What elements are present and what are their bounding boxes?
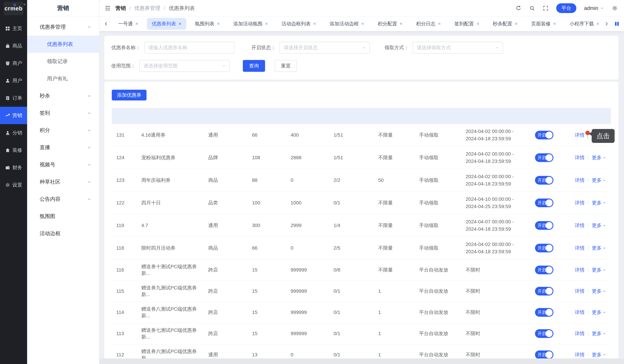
- more-link[interactable]: 更多: [592, 245, 606, 251]
- tab[interactable]: 页面装修 ×: [526, 18, 561, 30]
- sidebar-item-products[interactable]: 商品: [0, 37, 27, 54]
- add-coupon-button[interactable]: 添加优惠券: [112, 90, 147, 101]
- tab[interactable]: 优惠券列表 ×: [147, 18, 186, 30]
- menu-item-atmosphere[interactable]: 氛围图: [27, 208, 99, 225]
- menu-group-seckill[interactable]: 秒杀: [27, 87, 99, 104]
- detail-link[interactable]: 详情: [575, 177, 585, 183]
- menu-group-points[interactable]: 积分: [27, 122, 99, 139]
- more-link[interactable]: 更多: [592, 154, 606, 161]
- sidebar-item-finance[interactable]: 财务: [0, 159, 27, 176]
- horizontal-scrollbar[interactable]: [100, 359, 624, 364]
- menu-group-community[interactable]: 种草社区: [27, 173, 99, 190]
- detail-link[interactable]: 详情: [575, 245, 585, 251]
- menu-group-announcement[interactable]: 公告内容: [27, 190, 99, 208]
- sidebar-item-orders[interactable]: 订单: [0, 89, 27, 107]
- more-link[interactable]: 更多: [592, 222, 606, 229]
- more-link[interactable]: 更多: [592, 267, 606, 273]
- user-menu[interactable]: admin: [584, 5, 604, 11]
- logo[interactable]: crmeb®: [4, 2, 24, 15]
- tab-close-icon[interactable]: ×: [400, 22, 403, 26]
- tabs-scroll-left-icon[interactable]: [104, 21, 109, 26]
- menu-group-coupon[interactable]: 优惠券管理: [27, 18, 99, 36]
- tab[interactable]: 积分日志 ×: [411, 18, 446, 30]
- enable-toggle[interactable]: 开启: [535, 266, 553, 274]
- use-scope-select[interactable]: 请选择使用范围: [139, 60, 230, 72]
- enable-toggle[interactable]: 开启: [535, 244, 553, 252]
- tab-close-icon[interactable]: ×: [476, 22, 479, 26]
- detail-link[interactable]: 详情: [575, 222, 585, 229]
- enable-toggle[interactable]: 开启: [535, 153, 553, 162]
- enable-toggle[interactable]: 开启: [535, 221, 553, 230]
- detail-link[interactable]: 详情: [575, 288, 585, 294]
- platform-badge[interactable]: 平台: [556, 3, 576, 13]
- sidebar-item-distribution[interactable]: 分销: [0, 124, 27, 141]
- breadcrumb-item[interactable]: 优惠券管理: [134, 5, 160, 12]
- menu-group-video-channel[interactable]: 视频号: [27, 156, 99, 173]
- tab[interactable]: 活动边框列表 ×: [277, 18, 321, 30]
- tab-close-icon[interactable]: ×: [179, 22, 182, 26]
- menu-item-claim-records[interactable]: 领取记录: [27, 53, 99, 70]
- detail-link[interactable]: 详情: [575, 309, 585, 316]
- enable-toggle[interactable]: 开启: [535, 131, 553, 139]
- enable-toggle[interactable]: 开启: [535, 350, 553, 359]
- tab-layout-icon[interactable]: [614, 21, 620, 27]
- tab-close-icon[interactable]: ×: [217, 22, 220, 26]
- tab-close-icon[interactable]: ×: [597, 22, 599, 26]
- detail-link[interactable]: 详情: [575, 132, 585, 138]
- reset-button[interactable]: 重置: [275, 60, 297, 72]
- menu-item-coupon-list[interactable]: 优惠券列表: [27, 36, 99, 53]
- more-link[interactable]: 更多: [592, 351, 606, 358]
- detail-link[interactable]: 详情: [575, 330, 585, 337]
- menu-item-activity-border[interactable]: 活动边框: [27, 225, 99, 242]
- tab[interactable]: 小程序下载 ×: [565, 18, 604, 30]
- search-icon[interactable]: [529, 5, 535, 11]
- tab-close-icon[interactable]: ×: [515, 22, 518, 26]
- breadcrumb-item[interactable]: 营销: [115, 5, 126, 12]
- more-link[interactable]: 更多: [592, 200, 606, 206]
- tab[interactable]: 签到配置 ×: [449, 18, 484, 30]
- detail-link[interactable]: 详情: [575, 351, 585, 358]
- menu-group-live[interactable]: 直播: [27, 139, 99, 156]
- detail-link[interactable]: 详情: [575, 267, 585, 273]
- fullscreen-icon[interactable]: [543, 5, 548, 11]
- tab-close-icon[interactable]: ×: [438, 22, 441, 26]
- more-link[interactable]: 更多: [592, 177, 606, 183]
- more-link[interactable]: 更多: [592, 309, 606, 316]
- sidebar-item-settings[interactable]: 设置: [0, 176, 27, 194]
- search-button[interactable]: 查询: [243, 60, 265, 72]
- menu-item-user-gift[interactable]: 用户有礼: [27, 70, 99, 87]
- coupon-name-input[interactable]: [144, 42, 235, 53]
- enable-toggle[interactable]: 开启: [535, 308, 553, 317]
- settings-gear-icon[interactable]: [612, 5, 618, 11]
- tab-close-icon[interactable]: ×: [361, 22, 364, 26]
- enable-toggle[interactable]: 开启: [535, 287, 553, 295]
- tab-close-icon[interactable]: ×: [313, 22, 316, 26]
- claim-method-select[interactable]: 请选择领取方式: [413, 42, 503, 53]
- sidebar-item-decoration[interactable]: 装修: [0, 141, 27, 159]
- tab[interactable]: 积分配置 ×: [373, 18, 407, 30]
- tab[interactable]: 氛围列表 ×: [190, 18, 225, 30]
- tab[interactable]: 一号通 ×: [113, 18, 143, 30]
- enable-toggle[interactable]: 开启: [535, 199, 553, 207]
- tab[interactable]: 秒杀配置 ×: [488, 18, 522, 30]
- collapse-sidebar-icon[interactable]: [105, 5, 111, 11]
- sidebar-item-marketing[interactable]: 营销: [0, 107, 27, 124]
- tab-close-icon[interactable]: ×: [135, 22, 138, 26]
- sidebar-item-home[interactable]: 主页: [0, 20, 27, 37]
- sidebar-item-merchants[interactable]: 商户: [0, 54, 27, 72]
- menu-group-signin[interactable]: 签到: [27, 104, 99, 122]
- sidebar-item-users[interactable]: 用户: [0, 72, 27, 89]
- refresh-icon[interactable]: [516, 5, 521, 11]
- detail-link[interactable]: 详情: [575, 154, 585, 161]
- more-link[interactable]: 更多: [592, 288, 606, 294]
- detail-link[interactable]: 详情: [575, 200, 585, 206]
- tab[interactable]: 添加活动边框 ×: [325, 18, 369, 30]
- enable-toggle[interactable]: 开启: [535, 176, 553, 185]
- tab-close-icon[interactable]: ×: [265, 22, 268, 26]
- tab[interactable]: 添加活动氛围 ×: [228, 18, 273, 30]
- tabs-scroll-right-icon[interactable]: [604, 21, 609, 26]
- status-select[interactable]: 请选择开启状态: [280, 42, 370, 53]
- tab-close-icon[interactable]: ×: [553, 22, 556, 26]
- enable-toggle[interactable]: 开启: [535, 329, 553, 338]
- more-link[interactable]: 更多: [592, 330, 606, 337]
